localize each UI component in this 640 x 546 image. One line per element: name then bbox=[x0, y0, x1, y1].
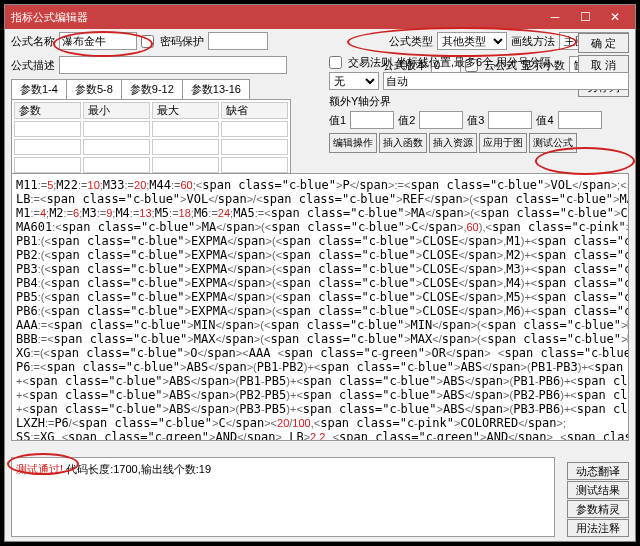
dyn-button[interactable]: 动态翻译 bbox=[567, 462, 629, 480]
tab-p1316[interactable]: 参数13-16 bbox=[182, 79, 250, 99]
v3-input[interactable] bbox=[488, 111, 532, 129]
label-type: 公式类型 bbox=[389, 34, 433, 49]
ok-button[interactable]: 确 定 bbox=[578, 33, 629, 53]
formula-name-input[interactable] bbox=[59, 32, 137, 50]
status-pass: 测试通过! bbox=[16, 463, 63, 475]
titlebar: 指标公式编辑器 ─ ☐ ✕ bbox=[5, 5, 635, 29]
maximize-icon[interactable]: ☐ bbox=[571, 8, 599, 26]
desc-input[interactable] bbox=[59, 56, 287, 74]
v4-input[interactable] bbox=[558, 111, 602, 129]
auto-input[interactable] bbox=[383, 72, 629, 90]
apply-button[interactable]: 应用于图 bbox=[479, 133, 527, 153]
label-trade: 交易法则 bbox=[348, 55, 392, 70]
tab-p58[interactable]: 参数5-8 bbox=[66, 79, 122, 99]
wiz-button[interactable]: 参数精灵 bbox=[567, 500, 629, 518]
type-select[interactable]: 其他类型 bbox=[437, 32, 507, 50]
label-coord: 坐标线位置,最多6个,用分号分隔 bbox=[396, 55, 551, 70]
right-panel: 交易法则 坐标线位置,最多6个,用分号分隔 无 额外Y轴分界 值1 值2 值3 … bbox=[329, 55, 629, 153]
note-button[interactable]: 用法注释 bbox=[567, 519, 629, 537]
code-editor[interactable]: M11:=5;M22:=10;M33:=20;M44:=60;<span cla… bbox=[11, 173, 629, 441]
label-draw: 画线方法 bbox=[511, 34, 555, 49]
label-pwd: 密码保护 bbox=[160, 34, 204, 49]
tab-p912[interactable]: 参数9-12 bbox=[121, 79, 183, 99]
pwd-checkbox[interactable] bbox=[141, 35, 154, 48]
label-name: 公式名称 bbox=[11, 34, 55, 49]
edit-button[interactable]: 编辑操作 bbox=[329, 133, 377, 153]
label-desc: 公式描述 bbox=[11, 58, 55, 73]
status-bar: 测试通过! 代码长度:1700,输出线个数:19 bbox=[11, 457, 555, 537]
v2-input[interactable] bbox=[419, 111, 463, 129]
v1-input[interactable] bbox=[350, 111, 394, 129]
tab-p14[interactable]: 参数1-4 bbox=[11, 79, 67, 99]
window-title: 指标公式编辑器 bbox=[11, 10, 88, 25]
pwd-input[interactable] bbox=[208, 32, 268, 50]
res-button[interactable]: 插入资源 bbox=[429, 133, 477, 153]
editor-window: 指标公式编辑器 ─ ☐ ✕ 公式名称 密码保护 公式类型 其他类型 画线方法 主… bbox=[4, 4, 636, 542]
label-extra: 额外Y轴分界 bbox=[329, 94, 629, 109]
minimize-icon[interactable]: ─ bbox=[541, 8, 569, 26]
tres-button[interactable]: 测试结果 bbox=[567, 481, 629, 499]
test-button[interactable]: 测试公式 bbox=[529, 133, 577, 153]
trade-checkbox[interactable] bbox=[329, 56, 342, 69]
func-button[interactable]: 插入函数 bbox=[379, 133, 427, 153]
none-select[interactable]: 无 bbox=[329, 72, 379, 90]
close-icon[interactable]: ✕ bbox=[601, 8, 629, 26]
status-codelen: 代码长度:1700,输出线个数:19 bbox=[66, 463, 211, 475]
